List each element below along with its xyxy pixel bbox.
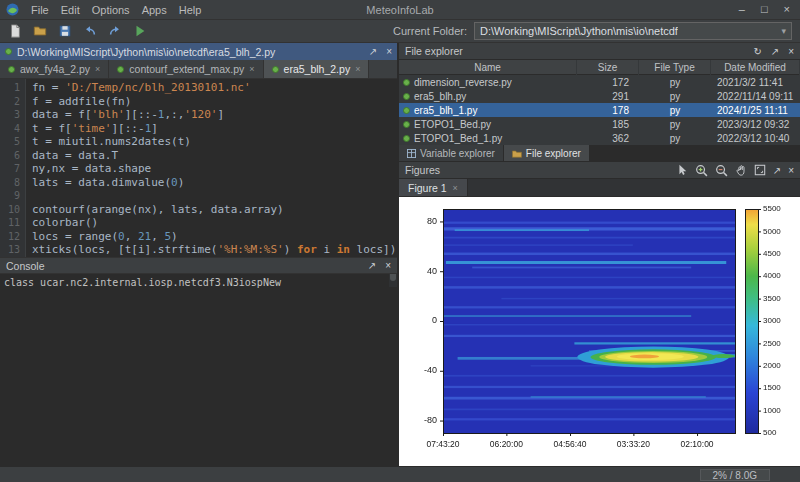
tab-awx-fy4a-2[interactable]: awx_fy4a_2.py × xyxy=(0,60,109,78)
tab-figure-1[interactable]: Figure 1 × xyxy=(399,179,468,196)
file-explorer-title: File explorer xyxy=(405,45,463,57)
file-row[interactable]: era5_blh.py291py2022/11/14 09:11 xyxy=(399,89,800,103)
float-panel-icon[interactable]: ↗ xyxy=(773,165,781,176)
figure-toolbar: ↗ × xyxy=(676,164,794,177)
menu-options[interactable]: Options xyxy=(86,4,136,16)
tab-close-icon[interactable]: × xyxy=(249,64,254,74)
tab-close-icon[interactable]: × xyxy=(95,64,100,74)
tab-file-explorer[interactable]: File explorer xyxy=(504,145,589,161)
file-row[interactable]: era5_blh_1.py178py2024/1/25 11:11 xyxy=(399,103,800,117)
menu-help[interactable]: Help xyxy=(173,4,208,16)
console-scrollbar[interactable] xyxy=(389,274,397,287)
float-panel-icon[interactable]: ↗ xyxy=(369,46,377,57)
window-controls: – □ × xyxy=(739,0,794,19)
refresh-icon[interactable]: ↻ xyxy=(753,46,761,57)
main-toolbar: Current Folder: D:\Working\MIScript\Jyth… xyxy=(0,19,800,43)
tab-close-icon[interactable]: × xyxy=(355,64,360,74)
python-file-icon xyxy=(117,66,124,73)
undo-icon xyxy=(83,24,97,38)
close-panel-icon[interactable]: × xyxy=(788,165,794,176)
menu-edit[interactable]: Edit xyxy=(55,4,86,16)
console-title: Console xyxy=(6,260,45,272)
file-table-header: Name Size File Type Date Modified xyxy=(399,60,800,75)
tab-close-icon[interactable]: × xyxy=(453,183,458,193)
save-button[interactable] xyxy=(56,22,74,40)
minimize-button[interactable]: – xyxy=(739,0,745,19)
meteoinfolab-window: File Edit Options Apps Help MeteoInfoLab… xyxy=(0,0,800,482)
figures-header: Figures ↗ × xyxy=(399,162,800,179)
current-folder-label: Current Folder: xyxy=(393,25,467,37)
full-extent-icon[interactable] xyxy=(754,164,766,176)
chevron-down-icon[interactable]: ▾ xyxy=(781,26,786,36)
close-panel-icon[interactable]: × xyxy=(385,260,391,271)
menu-file[interactable]: File xyxy=(25,4,55,16)
run-script-button[interactable] xyxy=(131,22,149,40)
python-file-icon xyxy=(403,135,410,142)
current-folder-combo[interactable]: D:\Working\MIScript\Jython\mis\io\netcdf… xyxy=(474,22,792,40)
new-file-icon xyxy=(8,24,22,38)
tab-label: Variable explorer xyxy=(420,148,495,159)
run-icon xyxy=(133,24,147,38)
tab-era5-blh-2[interactable]: era5_blh_2.py × xyxy=(264,60,370,78)
main-area: D:\Working\MIScript\Jython\mis\io\netcdf… xyxy=(0,43,800,466)
app-logo-icon xyxy=(6,3,19,16)
tab-variable-explorer[interactable]: Variable explorer xyxy=(399,145,503,161)
menu-apps[interactable]: Apps xyxy=(136,4,173,16)
column-size[interactable]: Size xyxy=(577,60,639,75)
open-folder-icon xyxy=(33,24,47,38)
python-file-icon xyxy=(8,66,15,73)
column-file-type[interactable]: File Type xyxy=(639,60,711,75)
pan-hand-icon[interactable] xyxy=(735,164,747,176)
console-output[interactable]: class ucar.nc2.internal.iosp.netcdf3.N3i… xyxy=(0,274,397,466)
undo-button[interactable] xyxy=(81,22,99,40)
file-row[interactable]: dimension_reverse.py172py2021/3/2 11:41 xyxy=(399,75,800,89)
right-panel: File explorer ↻ ↗ × Name Size File Type … xyxy=(399,43,800,466)
menu-bar: File Edit Options Apps Help MeteoInfoLab… xyxy=(0,0,800,19)
python-file-icon xyxy=(403,79,410,86)
close-button[interactable]: × xyxy=(784,0,790,19)
float-panel-icon[interactable]: ↗ xyxy=(368,260,376,271)
file-row[interactable]: ETOPO1_Bed_1.py362py2022/3/12 10:40 xyxy=(399,131,800,145)
tab-label: contourf_extend_max.py xyxy=(129,63,244,75)
maximize-button[interactable]: □ xyxy=(761,0,768,19)
status-bar: 2% / 8.0G xyxy=(0,466,800,482)
zoom-out-icon[interactable] xyxy=(715,164,728,177)
code-text: fn = 'D:/Temp/nc/blh_20130101.nc'f = add… xyxy=(26,79,397,257)
open-file-button[interactable] xyxy=(31,22,49,40)
explorer-tool-tabs: Variable explorer File explorer xyxy=(399,145,800,162)
line-number-gutter: 12345678910111213 xyxy=(0,79,26,257)
editor-panel: D:\Working\MIScript\Jython\mis\io\netcdf… xyxy=(0,43,397,466)
tab-label: era5_blh_2.py xyxy=(284,63,351,75)
file-table-body: dimension_reverse.py172py2021/3/2 11:41e… xyxy=(399,75,800,145)
variable-explorer-icon xyxy=(407,149,416,158)
code-editor[interactable]: 12345678910111213 fn = 'D:/Temp/nc/blh_2… xyxy=(0,79,397,257)
save-icon xyxy=(58,24,72,38)
scrollbar-thumb[interactable] xyxy=(390,274,396,281)
python-file-icon xyxy=(403,107,410,114)
file-row[interactable]: ETOPO1_Bed.py185py2023/3/12 09:32 xyxy=(399,117,800,131)
tab-label: Figure 1 xyxy=(408,182,447,194)
figure-plot[interactable] xyxy=(399,197,800,466)
redo-button[interactable] xyxy=(106,22,124,40)
column-date-modified[interactable]: Date Modified xyxy=(711,60,800,75)
close-panel-icon[interactable]: × xyxy=(386,46,392,57)
current-folder-value: D:\Working\MIScript\Jython\mis\io\netcdf xyxy=(480,25,678,37)
column-name[interactable]: Name xyxy=(399,60,577,75)
tab-contourf-extend-max[interactable]: contourf_extend_max.py × xyxy=(109,60,263,78)
close-panel-icon[interactable]: × xyxy=(788,46,794,57)
new-file-button[interactable] xyxy=(6,22,24,40)
select-arrow-icon[interactable] xyxy=(676,164,688,176)
editor-tab-bar: awx_fy4a_2.py × contourf_extend_max.py ×… xyxy=(0,60,397,79)
float-panel-icon[interactable]: ↗ xyxy=(771,46,779,57)
zoom-in-icon[interactable] xyxy=(695,164,708,177)
python-file-icon xyxy=(272,66,279,73)
memory-indicator[interactable]: 2% / 8.0G xyxy=(700,469,770,481)
editor-file-path: D:\Working\MIScript\Jython\mis\io\netcdf… xyxy=(17,46,275,58)
redo-icon xyxy=(108,24,122,38)
console-lines: class ucar.nc2.internal.iosp.netcdf3.N3i… xyxy=(4,276,387,289)
python-file-icon xyxy=(403,121,410,128)
file-explorer-header: File explorer ↻ ↗ × xyxy=(399,43,800,60)
tab-label: File explorer xyxy=(526,148,581,159)
python-file-icon xyxy=(5,48,12,55)
figure-tab-bar: Figure 1 × xyxy=(399,179,800,197)
